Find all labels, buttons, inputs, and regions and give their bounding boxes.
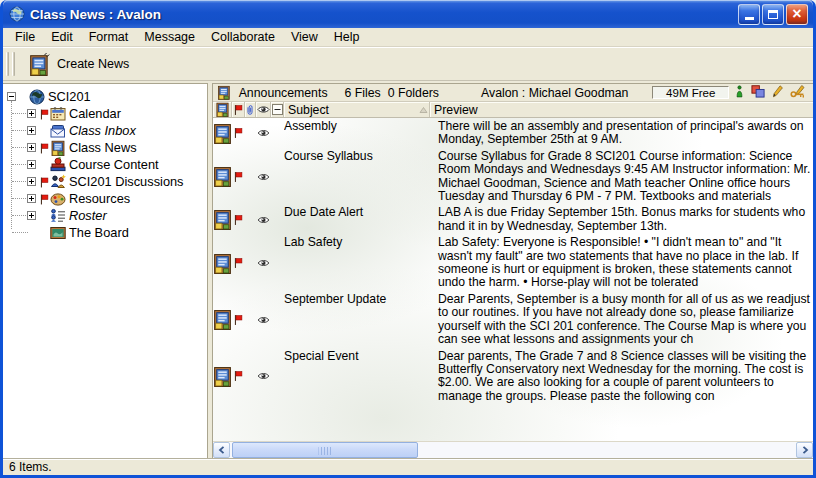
flag-icon: [234, 314, 243, 326]
tree-item-the-board[interactable]: The Board: [3, 224, 207, 241]
chevron-right-icon: [801, 446, 809, 454]
title-bar[interactable]: Class News : Avalon ×: [3, 0, 813, 28]
tree-item-calendar[interactable]: Calendar: [3, 105, 207, 122]
globe2-icon: [29, 89, 45, 105]
menu-collaborate[interactable]: Collaborate: [203, 28, 283, 47]
toolbar-grip[interactable]: [6, 52, 9, 76]
news-icon: [214, 366, 231, 387]
tree-item-resources[interactable]: Resources: [3, 190, 207, 207]
scrollbar-track[interactable]: [230, 442, 796, 458]
eye-icon: [257, 259, 270, 267]
expand-box-icon[interactable]: [27, 194, 36, 203]
tree-item-label: Course Content: [69, 157, 159, 172]
announcements-icon: [218, 84, 230, 101]
row-subject: Assembly: [284, 119, 430, 148]
flag-icon: [234, 257, 243, 269]
column-attachment[interactable]: [245, 102, 256, 117]
news-new-icon: [30, 53, 50, 76]
flag-icon: [40, 194, 49, 205]
tree-item-label: The Board: [69, 225, 129, 240]
eye-icon: [257, 129, 270, 137]
row-subject: September Update: [284, 292, 430, 348]
row-preview: Dear Parents, September is a busy month …: [430, 292, 813, 348]
expand-box-icon[interactable]: [27, 109, 36, 118]
toolbar-grip-2[interactable]: [12, 52, 15, 76]
toolbar: Create News: [3, 47, 813, 81]
news-icon: [216, 102, 229, 117]
row-subject: Course Syllabus: [284, 149, 430, 205]
scroll-left-button[interactable]: [213, 442, 230, 458]
announcement-list: AssemblyThere will be an assembly and pr…: [213, 118, 813, 441]
close-button[interactable]: ×: [786, 4, 808, 25]
scroll-right-button[interactable]: [796, 442, 813, 458]
tree-item-sci201[interactable]: SCI201: [3, 88, 207, 105]
expand-box-icon[interactable]: [27, 143, 36, 152]
row-subject: Special Event: [284, 349, 430, 405]
paperclip-icon: [246, 104, 254, 116]
resources-icon: [50, 191, 66, 207]
tree-item-label: Class News: [69, 140, 137, 155]
globe-icon: [9, 6, 25, 22]
tree-item-class-news[interactable]: Class News: [3, 139, 207, 156]
expand-box-icon[interactable]: [27, 177, 36, 186]
announcement-row[interactable]: AssemblyThere will be an assembly and pr…: [213, 118, 813, 148]
menu-message[interactable]: Message: [136, 28, 203, 47]
expand-box-icon[interactable]: [27, 160, 36, 169]
maximize-button[interactable]: [762, 4, 784, 25]
tree-item-roster[interactable]: Roster: [3, 207, 207, 224]
column-preview[interactable]: Preview: [430, 102, 813, 117]
menu-edit[interactable]: Edit: [43, 28, 81, 47]
create-news-button[interactable]: Create News: [24, 51, 135, 78]
column-item-icon[interactable]: [213, 102, 232, 117]
edit-pencil-icon[interactable]: [772, 85, 783, 98]
news-icon: [214, 253, 231, 274]
announcement-row[interactable]: Due Date AlertLAB A is due Friday Septem…: [213, 204, 813, 234]
folder-tree: SCI201CalendarClass Inbox Class NewsCour…: [3, 83, 208, 458]
scrollbar-thumb[interactable]: [232, 442, 418, 458]
flag-icon: [40, 177, 49, 188]
expand-box-icon[interactable]: [27, 211, 36, 220]
menu-help[interactable]: Help: [326, 28, 368, 47]
tree-item-class-inbox[interactable]: Class Inbox: [3, 122, 207, 139]
horizontal-scrollbar[interactable]: [213, 441, 813, 458]
column-flag[interactable]: [232, 102, 245, 117]
files-count: 6 Files: [345, 86, 381, 100]
announcement-row[interactable]: Course SyllabusCourse Syllabus for Grade…: [213, 148, 813, 205]
column-read-status[interactable]: [256, 102, 271, 117]
menu-file[interactable]: File: [7, 28, 43, 47]
menu-view[interactable]: View: [283, 28, 326, 47]
discussions-icon: [50, 174, 66, 190]
chevron-left-icon: [218, 446, 226, 454]
tree-item-label: Class Inbox: [69, 123, 136, 138]
flag-icon: [234, 104, 243, 116]
tree-item-label: Calendar: [69, 106, 121, 121]
column-subject[interactable]: Subject: [284, 102, 430, 117]
announcement-row[interactable]: Lab SafetyLab Safety: Everyone is Respon…: [213, 234, 813, 291]
row-subject: Lab Safety: [284, 235, 430, 291]
news-icon: [214, 123, 231, 144]
inbox-icon: [50, 123, 66, 139]
tree-item-course-content[interactable]: Course Content: [3, 156, 207, 173]
free-space-indicator: 49M Free: [652, 86, 729, 99]
announcement-row[interactable]: September UpdateDear Parents, September …: [213, 291, 813, 348]
expand-box-icon[interactable]: [27, 126, 36, 135]
collapse-icon: [272, 104, 283, 115]
status-text: 6 Items.: [9, 460, 52, 474]
flag-icon: [234, 214, 243, 226]
menu-format[interactable]: Format: [81, 28, 137, 47]
online-user-icon[interactable]: [736, 85, 743, 98]
roster-icon: [50, 208, 66, 224]
collapse-box-icon[interactable]: [7, 92, 16, 101]
minimize-button[interactable]: [738, 4, 760, 25]
menu-bar: FileEditFormatMessageCollaborateViewHelp: [3, 28, 813, 47]
announcement-row[interactable]: Special EventDear parents, The Grade 7 a…: [213, 348, 813, 405]
flag-icon: [234, 171, 243, 183]
stacked-windows-icon[interactable]: [750, 85, 765, 98]
permissions-key-icon[interactable]: [790, 85, 807, 98]
panel-title: Announcements: [239, 86, 328, 100]
news-icon: [214, 209, 231, 230]
collapse-all-button[interactable]: [271, 102, 284, 117]
main-area: SCI201CalendarClass Inbox Class NewsCour…: [3, 81, 813, 458]
tree-item-label: SCI201 Discussions: [69, 174, 184, 189]
tree-item-sci201-discussions[interactable]: SCI201 Discussions: [3, 173, 207, 190]
